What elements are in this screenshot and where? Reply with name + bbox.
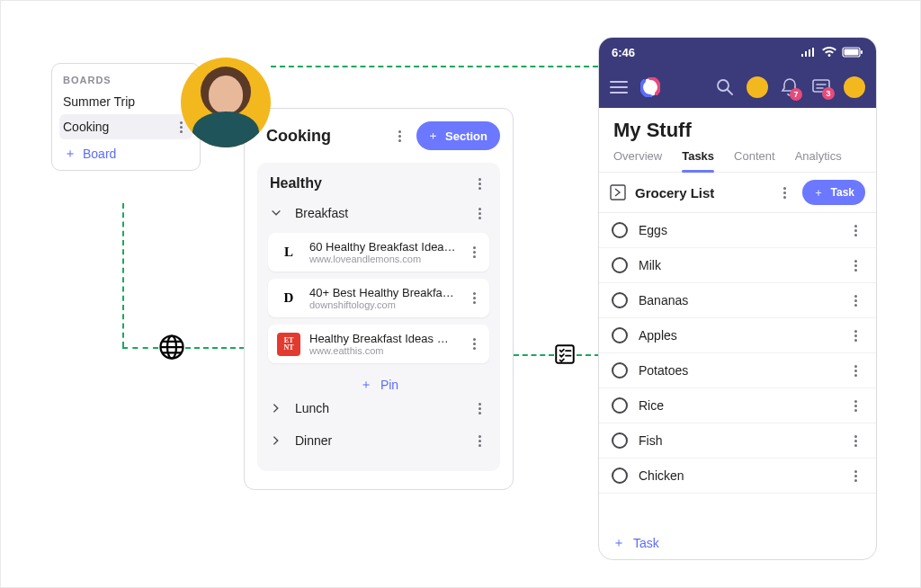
message-badge: 3 xyxy=(822,87,835,100)
more-icon[interactable] xyxy=(847,435,863,447)
add-task-button-header[interactable]: ＋ Task xyxy=(802,180,865,205)
meal-row-dinner[interactable]: Dinner xyxy=(268,424,489,457)
boards-heading: BOARDS xyxy=(59,75,192,85)
more-icon[interactable] xyxy=(777,187,793,199)
more-icon[interactable] xyxy=(847,400,863,412)
task-label: Milk xyxy=(639,258,661,272)
signal-icon xyxy=(800,47,817,58)
pin-item[interactable]: ET NTHealthy Breakfast Ideas U…www.eatth… xyxy=(268,325,489,363)
task-checkbox[interactable] xyxy=(612,257,628,273)
tab-overview[interactable]: Overview xyxy=(613,149,662,172)
contact-avatar[interactable] xyxy=(747,76,768,98)
search-icon[interactable] xyxy=(716,78,734,96)
pin-title: 60 Healthy Breakfast Idea… xyxy=(309,240,457,254)
messages-button[interactable]: 3 xyxy=(811,78,831,96)
more-icon[interactable] xyxy=(466,246,482,258)
site-favicon: D xyxy=(277,287,300,310)
pin-domain: www.eatthis.com xyxy=(309,345,457,356)
boards-item-summer-trip[interactable]: Summer Trip xyxy=(59,89,192,114)
more-icon[interactable] xyxy=(847,225,863,236)
tab-analytics[interactable]: Analytics xyxy=(795,149,842,172)
wifi-icon xyxy=(822,47,836,58)
svg-rect-5 xyxy=(861,50,863,54)
task-row[interactable]: Apples xyxy=(599,318,876,353)
svg-rect-9 xyxy=(611,185,625,200)
task-checkbox[interactable] xyxy=(612,468,628,484)
phone-tabs: Overview Tasks Content Analytics xyxy=(599,146,876,173)
task-checkbox[interactable] xyxy=(612,397,628,414)
user-avatar-small[interactable] xyxy=(844,76,865,98)
task-checkbox[interactable] xyxy=(612,327,628,343)
meal-label: Breakfast xyxy=(295,206,348,220)
task-row[interactable]: Rice xyxy=(599,388,876,423)
plus-icon: ＋ xyxy=(811,185,826,200)
more-icon[interactable] xyxy=(471,435,487,447)
more-icon[interactable] xyxy=(466,292,482,304)
add-board-label: Board xyxy=(83,147,116,161)
task-checkbox[interactable] xyxy=(612,432,628,449)
pin-domain: www.loveandlemons.com xyxy=(309,254,457,264)
meal-label: Dinner xyxy=(295,433,332,448)
checklist-icon xyxy=(553,343,577,366)
task-row[interactable]: Eggs xyxy=(599,213,876,248)
notification-badge: 7 xyxy=(790,88,802,101)
add-section-button[interactable]: ＋ Section xyxy=(416,121,500,150)
more-icon[interactable] xyxy=(847,295,863,307)
phone-status-bar: 6:46 xyxy=(599,38,876,67)
more-icon[interactable] xyxy=(471,178,487,190)
task-row[interactable]: Chicken xyxy=(599,459,876,494)
task-label: Chicken xyxy=(639,468,684,483)
more-icon[interactable] xyxy=(471,208,487,219)
plus-icon: ＋ xyxy=(425,129,440,143)
task-list: EggsMilkBananasApplesPotatoesRiceFishChi… xyxy=(599,213,876,527)
phone-mock: 6:46 7 xyxy=(598,37,877,560)
task-label: Eggs xyxy=(639,223,667,237)
task-row[interactable]: Bananas xyxy=(599,283,876,318)
meal-row-breakfast[interactable]: Breakfast xyxy=(268,197,489,229)
more-icon[interactable] xyxy=(847,365,863,377)
boards-item-label: Summer Trip xyxy=(63,94,135,109)
notifications-button[interactable]: 7 xyxy=(781,77,799,97)
task-checkbox[interactable] xyxy=(612,222,628,238)
add-pin-button[interactable]: ＋ Pin xyxy=(268,370,489,392)
task-row[interactable]: Potatoes xyxy=(599,353,876,388)
menu-icon[interactable] xyxy=(610,80,628,94)
svg-point-7 xyxy=(718,80,729,91)
tab-tasks[interactable]: Tasks xyxy=(682,149,714,172)
tab-content[interactable]: Content xyxy=(734,149,775,172)
plus-icon: ＋ xyxy=(359,378,373,392)
more-icon[interactable] xyxy=(847,260,863,272)
globe-icon xyxy=(158,334,185,361)
more-icon[interactable] xyxy=(847,470,863,482)
meal-label: Lunch xyxy=(295,401,329,415)
site-favicon: L xyxy=(277,241,300,264)
list-header: Grocery List ＋ Task xyxy=(599,173,876,213)
pin-item[interactable]: L60 Healthy Breakfast Idea…www.loveandle… xyxy=(268,233,489,272)
app-logo-icon[interactable] xyxy=(640,77,660,97)
site-favicon: ET NT xyxy=(277,333,300,356)
task-label: Bananas xyxy=(639,293,688,307)
task-checkbox[interactable] xyxy=(612,292,628,308)
task-label: Potatoes xyxy=(639,363,688,378)
section-healthy: Healthy Breakfast L60 Healthy Breakfast … xyxy=(257,163,500,471)
more-icon[interactable] xyxy=(847,330,863,342)
boards-item-cooking[interactable]: Cooking xyxy=(59,114,192,139)
task-checkbox[interactable] xyxy=(612,362,628,379)
chevron-right-icon xyxy=(270,402,282,414)
user-avatar-large xyxy=(181,58,271,147)
task-label: Fish xyxy=(639,433,662,448)
task-row[interactable]: Milk xyxy=(599,248,876,283)
pin-domain: downshiftology.com xyxy=(309,299,457,310)
task-row[interactable]: Fish xyxy=(599,423,876,459)
more-icon[interactable] xyxy=(391,130,407,142)
pin-item[interactable]: D40+ Best Healthy Breakfa…downshiftology… xyxy=(268,279,489,317)
add-section-label: Section xyxy=(445,129,487,143)
plus-icon: ＋ xyxy=(612,536,626,550)
more-icon[interactable] xyxy=(471,403,487,414)
meal-row-lunch[interactable]: Lunch xyxy=(268,392,489,424)
cooking-panel: Cooking ＋ Section Healthy Breakfast xyxy=(244,108,514,490)
add-task-button-footer[interactable]: ＋ Task xyxy=(599,527,876,559)
boards-item-label: Cooking xyxy=(63,120,109,134)
more-icon[interactable] xyxy=(466,338,482,350)
add-board-button[interactable]: ＋ Board xyxy=(59,139,192,161)
